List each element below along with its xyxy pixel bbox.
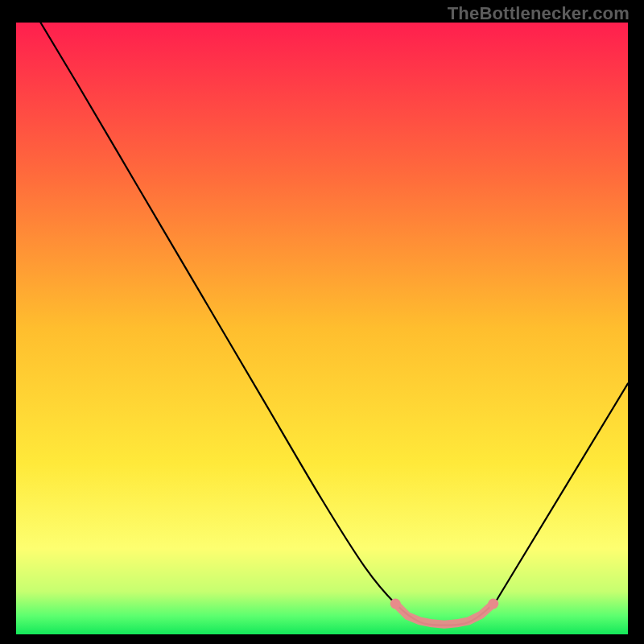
curve-layer: [16, 23, 628, 634]
watermark-text: TheBottlenecker.com: [448, 3, 630, 24]
svg-point-2: [488, 599, 498, 609]
curve-line: [40, 23, 628, 625]
plot-frame: [16, 23, 628, 634]
plot-area: [16, 23, 628, 634]
chart-container: TheBottlenecker.com: [0, 0, 644, 644]
highlight-dots: [390, 599, 499, 625]
svg-point-1: [390, 599, 401, 609]
